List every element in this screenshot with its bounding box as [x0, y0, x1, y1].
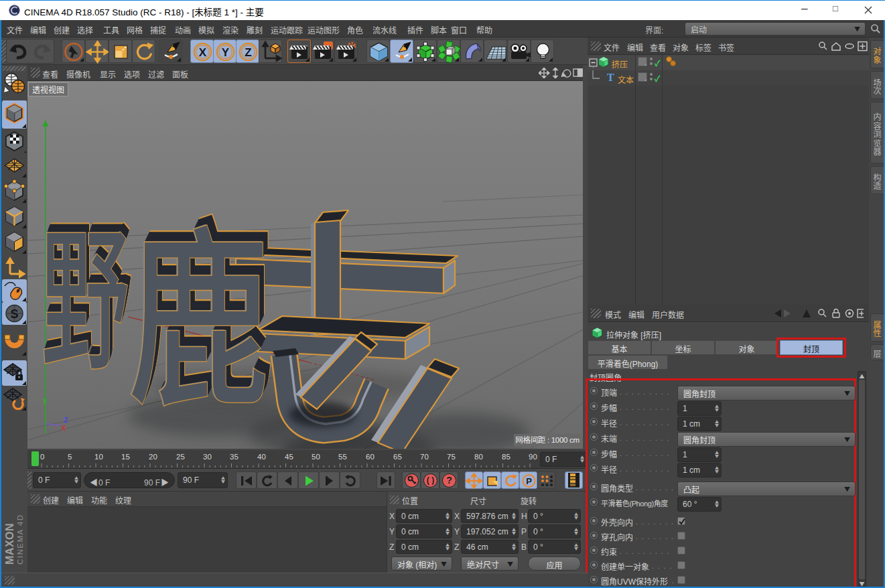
svg-text:Z: Z [64, 416, 68, 424]
svg-text:S: S [10, 307, 18, 321]
svg-text:X: X [61, 424, 66, 432]
svg-text:Z: Z [245, 46, 251, 59]
svg-text:X: X [199, 46, 207, 59]
svg-text:P: P [526, 476, 532, 486]
svg-text:Y: Y [222, 46, 230, 59]
svg-text:Y: Y [42, 397, 48, 405]
